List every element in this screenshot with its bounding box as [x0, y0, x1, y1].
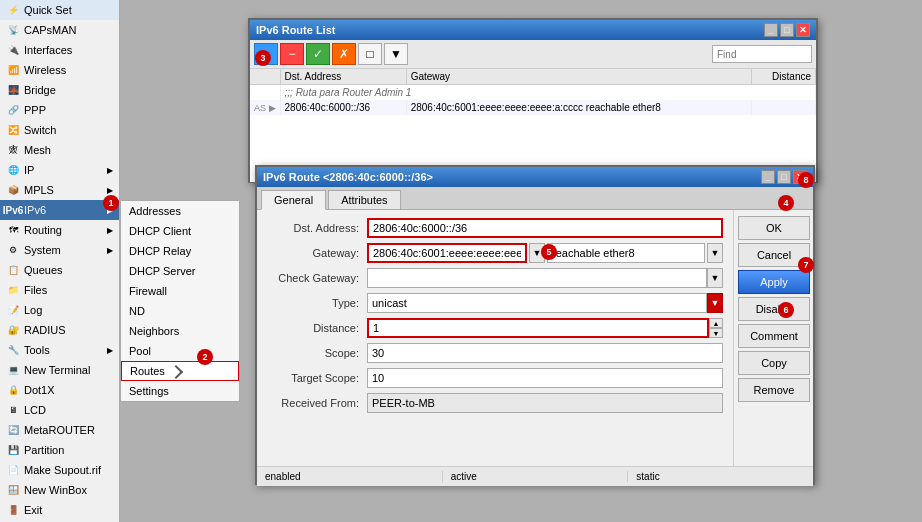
- sidebar-item-new-terminal[interactable]: 💻 New Terminal: [0, 360, 119, 380]
- route-dialog-title: IPv6 Route <2806:40c:6000::/36>: [263, 171, 433, 183]
- routing-arrow: ▶: [107, 226, 113, 235]
- remove-route-button[interactable]: −: [280, 43, 304, 65]
- mesh-icon: 🕸: [6, 143, 20, 157]
- tab-attributes[interactable]: Attributes: [328, 190, 400, 209]
- sidebar-item-lcd[interactable]: 🖥 LCD: [0, 400, 119, 420]
- sidebar-item-files[interactable]: 📁 Files: [0, 280, 119, 300]
- sidebar-item-partition[interactable]: 💾 Partition: [0, 440, 119, 460]
- check-gateway-label: Check Gateway:: [267, 272, 367, 284]
- check-gateway-input[interactable]: [367, 268, 707, 288]
- system-icon: ⚙: [6, 243, 20, 257]
- sidebar-item-switch[interactable]: 🔀 Switch: [0, 120, 119, 140]
- sidebar-item-ppp[interactable]: 🔗 PPP: [0, 100, 119, 120]
- disable-button[interactable]: Disable: [738, 297, 810, 321]
- sidebar-item-make-supout[interactable]: 📄 Make Supout.rif: [0, 460, 119, 480]
- enable-route-button[interactable]: ✓: [306, 43, 330, 65]
- files-icon: 📁: [6, 283, 20, 297]
- table-header-row: Dst. Address Gateway Distance: [250, 69, 816, 85]
- distance-input[interactable]: [367, 318, 709, 338]
- submenu-addresses[interactable]: Addresses: [121, 201, 239, 221]
- dialog-tabs: General Attributes: [257, 187, 813, 210]
- sidebar-item-ip[interactable]: 🌐 IP ▶: [0, 160, 119, 180]
- sidebar-item-routing[interactable]: 🗺 Routing ▶: [0, 220, 119, 240]
- disable-route-button[interactable]: ✗: [332, 43, 356, 65]
- sidebar-item-mpls[interactable]: 📦 MPLS ▶: [0, 180, 119, 200]
- sidebar-item-dot1x[interactable]: 🔒 Dot1X: [0, 380, 119, 400]
- gateway-input[interactable]: [367, 243, 527, 263]
- interfaces-icon: 🔌: [6, 43, 20, 57]
- distance-up-button[interactable]: ▲: [709, 318, 723, 328]
- scope-label: Scope:: [267, 347, 367, 359]
- submenu-pool[interactable]: Pool: [121, 341, 239, 361]
- filter-button[interactable]: ▼: [384, 43, 408, 65]
- sidebar-item-ipv6[interactable]: IPv6 IPv6 ▶: [0, 200, 119, 220]
- submenu-dhcp-client[interactable]: DHCP Client: [121, 221, 239, 241]
- sidebar-item-bridge[interactable]: 🌉 Bridge: [0, 80, 119, 100]
- submenu-settings[interactable]: Settings: [121, 381, 239, 401]
- submenu-nd[interactable]: ND: [121, 301, 239, 321]
- scope-input[interactable]: [367, 343, 723, 363]
- sidebar-item-exit[interactable]: 🚪 Exit: [0, 500, 119, 520]
- target-scope-input[interactable]: [367, 368, 723, 388]
- submenu-neighbors[interactable]: Neighbors: [121, 321, 239, 341]
- sidebar-item-quickset[interactable]: ⚡ Quick Set: [0, 0, 119, 20]
- check-gateway-dropdown-button[interactable]: ▼: [707, 268, 723, 288]
- supout-icon: 📄: [6, 463, 20, 477]
- apply-button[interactable]: Apply: [738, 270, 810, 294]
- dst-address-cell: 2806:40c:6000::/36: [280, 100, 406, 115]
- type-input[interactable]: [367, 293, 707, 313]
- gateway-label: Gateway:: [267, 247, 367, 259]
- find-input[interactable]: [712, 45, 812, 63]
- gateway-type-dropdown-button[interactable]: ▼: [707, 243, 723, 263]
- comment-text: ;;; Ruta para Router Admin 1: [280, 85, 815, 101]
- remove-button[interactable]: Remove: [738, 378, 810, 402]
- metarouter-icon: 🔄: [6, 423, 20, 437]
- window-controls: _ □ ✕: [764, 23, 810, 37]
- dialog-buttons-panel: OK Cancel Apply Disable Comment Copy Rem…: [733, 210, 813, 466]
- sidebar-item-new-winbox[interactable]: 🪟 New WinBox: [0, 480, 119, 500]
- annotation-4: 4: [778, 195, 794, 211]
- distance-cell: [752, 100, 816, 115]
- dot1x-icon: 🔒: [6, 383, 20, 397]
- sidebar-item-radius[interactable]: 🔐 RADIUS: [0, 320, 119, 340]
- quickset-icon: ⚡: [6, 3, 20, 17]
- dst-address-label: Dst. Address:: [267, 222, 367, 234]
- gateway-type-input[interactable]: [547, 243, 705, 263]
- route-list-title: IPv6 Route List: [256, 24, 335, 36]
- submenu-dhcp-server[interactable]: DHCP Server: [121, 261, 239, 281]
- sidebar-item-mesh[interactable]: 🕸 Mesh: [0, 140, 119, 160]
- type-row: Type: ▼: [267, 293, 723, 313]
- maximize-button[interactable]: □: [780, 23, 794, 37]
- submenu-routes[interactable]: Routes: [121, 361, 239, 381]
- target-scope-row: Target Scope:: [267, 368, 723, 388]
- sidebar-item-metarouter[interactable]: 🔄 MetaROUTER: [0, 420, 119, 440]
- submenu-firewall[interactable]: Firewall: [121, 281, 239, 301]
- distance-down-button[interactable]: ▼: [709, 328, 723, 338]
- dst-address-input[interactable]: [367, 218, 723, 238]
- route-list-table: Dst. Address Gateway Distance ;;; Ruta p…: [250, 69, 816, 115]
- annotation-7: 7: [798, 257, 814, 273]
- sidebar-item-system[interactable]: ⚙ System ▶: [0, 240, 119, 260]
- table-row[interactable]: AS ▶ 2806:40c:6000::/36 2806:40c:6001:ee…: [250, 100, 816, 115]
- ok-button[interactable]: OK: [738, 216, 810, 240]
- sidebar-item-interfaces[interactable]: 🔌 Interfaces: [0, 40, 119, 60]
- type-dropdown-button[interactable]: ▼: [707, 293, 723, 313]
- dialog-minimize-button[interactable]: _: [761, 170, 775, 184]
- mpls-arrow: ▶: [107, 186, 113, 195]
- submenu-dhcp-relay[interactable]: DHCP Relay: [121, 241, 239, 261]
- sidebar-item-wireless[interactable]: 📶 Wireless: [0, 60, 119, 80]
- dialog-maximize-button[interactable]: □: [777, 170, 791, 184]
- sidebar-item-capsman[interactable]: 📡 CAPsMAN: [0, 20, 119, 40]
- close-button[interactable]: ✕: [796, 23, 810, 37]
- copy-button[interactable]: Copy: [738, 351, 810, 375]
- sidebar-item-queues[interactable]: 📋 Queues: [0, 260, 119, 280]
- comment-button[interactable]: Comment: [738, 324, 810, 348]
- distance-label: Distance:: [267, 322, 367, 334]
- minimize-button[interactable]: _: [764, 23, 778, 37]
- clone-route-button[interactable]: □: [358, 43, 382, 65]
- route-dialog: IPv6 Route <2806:40c:6000::/36> _ □ ✕ Ge…: [255, 165, 815, 485]
- status-enabled: enabled: [257, 471, 443, 482]
- sidebar-item-log[interactable]: 📝 Log: [0, 300, 119, 320]
- sidebar-item-tools[interactable]: 🔧 Tools ▶: [0, 340, 119, 360]
- tab-general[interactable]: General: [261, 190, 326, 210]
